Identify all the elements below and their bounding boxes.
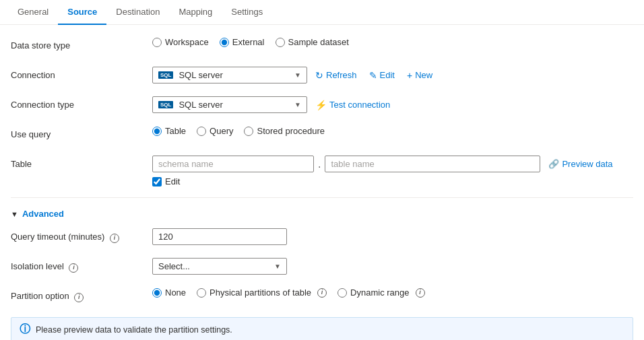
table-label: Table [11,156,152,169]
radio-workspace[interactable]: Workspace [152,37,209,47]
new-button[interactable]: + New [403,69,437,82]
advanced-chevron-icon: ▼ [11,210,18,218]
test-connection-button[interactable]: ⚡ Test connection [311,98,394,112]
tab-destination[interactable]: Destination [106,0,169,25]
table-control: . 🔗 Preview data Edit [152,156,613,186]
connection-type-chevron-icon: ▼ [294,101,301,108]
edit-checkbox-label: Edit [165,176,180,186]
partition-option-control: None Physical partitions of table i Dyna… [152,287,425,298]
use-query-label: Use query [11,126,152,139]
advanced-label: Advanced [22,209,64,219]
query-timeout-info-icon[interactable]: i [110,234,119,243]
data-store-type-label: Data store type [11,37,152,50]
radio-none[interactable]: None [152,287,186,298]
radio-sample-dataset-label: Sample dataset [288,37,349,47]
radio-query[interactable]: Query [197,126,233,136]
isolation-level-value: Select... [158,261,190,271]
use-query-row: Use query Table Query Stored procedure [11,126,633,145]
partition-option-row: Partition option i None Physical partiti… [11,287,633,306]
preview-data-label: Preview data [562,159,612,169]
edit-checkbox-item[interactable]: Edit [152,176,180,186]
isolation-level-info-icon[interactable]: i [69,263,78,273]
connection-dropdown[interactable]: SQL SQL server ▼ [152,67,307,83]
data-store-type-row: Data store type Workspace External Sampl… [11,37,633,56]
use-query-control: Table Query Stored procedure [152,126,325,136]
tab-settings[interactable]: Settings [222,0,272,25]
info-banner: ⓘ Please preview data to validate the pa… [11,317,633,340]
connection-type-label: Connection type [11,96,152,110]
isolation-level-chevron-icon: ▼ [274,263,281,270]
query-timeout-label: Query timeout (minutes) i [11,228,152,243]
query-timeout-control [152,228,287,245]
radio-external[interactable]: External [220,37,265,47]
partition-option-info-icon[interactable]: i [74,293,84,302]
connection-row: Connection SQL SQL server ▼ ↻ Refresh ✎ … [11,67,633,86]
radio-table-label: Table [165,126,186,136]
test-connection-label: Test connection [329,100,390,110]
edit-label: Edit [380,70,395,80]
radio-none-label: None [165,287,186,298]
table-row: Table . 🔗 Preview data Edit [11,156,633,186]
radio-physical-partitions-label: Physical partitions of table [210,287,311,298]
table-inputs-row: . 🔗 Preview data [152,156,613,172]
connection-type-dropdown[interactable]: SQL SQL server ▼ [152,96,307,113]
radio-workspace-label: Workspace [165,37,209,47]
radio-query-label: Query [210,126,233,136]
radio-stored-procedure[interactable]: Stored procedure [244,126,324,136]
plus-icon: + [407,70,412,81]
new-label: New [415,70,432,80]
radio-table[interactable]: Table [152,126,186,136]
dynamic-range-info-icon[interactable]: i [416,288,425,298]
radio-dynamic-range-label: Dynamic range [350,287,409,298]
edit-icon: ✎ [369,70,377,81]
partition-option-radio-group: None Physical partitions of table i Dyna… [152,287,425,298]
query-timeout-row: Query timeout (minutes) i [11,228,633,247]
tab-mapping[interactable]: Mapping [169,0,222,25]
refresh-label: Refresh [326,70,357,80]
use-query-radio-group: Table Query Stored procedure [152,126,325,136]
connection-chevron-icon: ▼ [294,71,301,79]
divider [11,197,633,198]
data-store-type-radio-group: Workspace External Sample dataset [152,37,349,47]
schema-name-input[interactable] [152,156,314,172]
connection-type-row: Connection type SQL SQL server ▼ ⚡ Test … [11,96,633,115]
edit-button[interactable]: ✎ Edit [365,69,399,82]
partition-option-label: Partition option i [11,287,152,302]
link-icon: 🔗 [548,159,559,169]
isolation-level-row: Isolation level i Select... ▼ [11,258,633,277]
isolation-level-dropdown[interactable]: Select... ▼ [152,258,287,275]
tab-general[interactable]: General [8,0,58,25]
physical-partitions-info-icon[interactable]: i [317,288,327,298]
connection-type-value: SQL server [179,100,222,110]
sql-server-icon: SQL [158,71,173,79]
banner-info-icon: ⓘ [20,322,30,337]
table-name-input[interactable] [325,156,540,172]
test-connection-icon: ⚡ [315,100,327,110]
dot-separator: . [317,158,322,170]
isolation-level-control: Select... ▼ [152,258,287,275]
connection-label: Connection [11,67,152,80]
advanced-header[interactable]: ▼ Advanced [11,209,633,219]
radio-sample-dataset[interactable]: Sample dataset [276,37,349,47]
sql-server-type-icon: SQL [158,101,173,108]
data-store-type-control: Workspace External Sample dataset [152,37,349,47]
radio-external-label: External [232,37,265,47]
source-form: Data store type Workspace External Sampl… [0,25,644,340]
radio-stored-procedure-label: Stored procedure [257,126,324,136]
tabs-bar: General Source Destination Mapping Setti… [0,0,644,25]
preview-data-link[interactable]: 🔗 Preview data [548,159,612,169]
isolation-level-label: Isolation level i [11,258,152,273]
radio-physical-partitions[interactable]: Physical partitions of table i [197,287,327,298]
connection-value: SQL server [179,70,222,80]
refresh-button[interactable]: ↻ Refresh [311,69,361,82]
connection-type-control: SQL SQL server ▼ ⚡ Test connection [152,96,394,113]
radio-dynamic-range[interactable]: Dynamic range i [337,287,424,298]
tab-source[interactable]: Source [58,0,106,25]
query-timeout-input[interactable] [152,228,287,245]
connection-control: SQL SQL server ▼ ↻ Refresh ✎ Edit + New [152,67,437,83]
info-banner-text: Please preview data to validate the part… [36,325,232,335]
refresh-icon: ↻ [315,70,323,81]
